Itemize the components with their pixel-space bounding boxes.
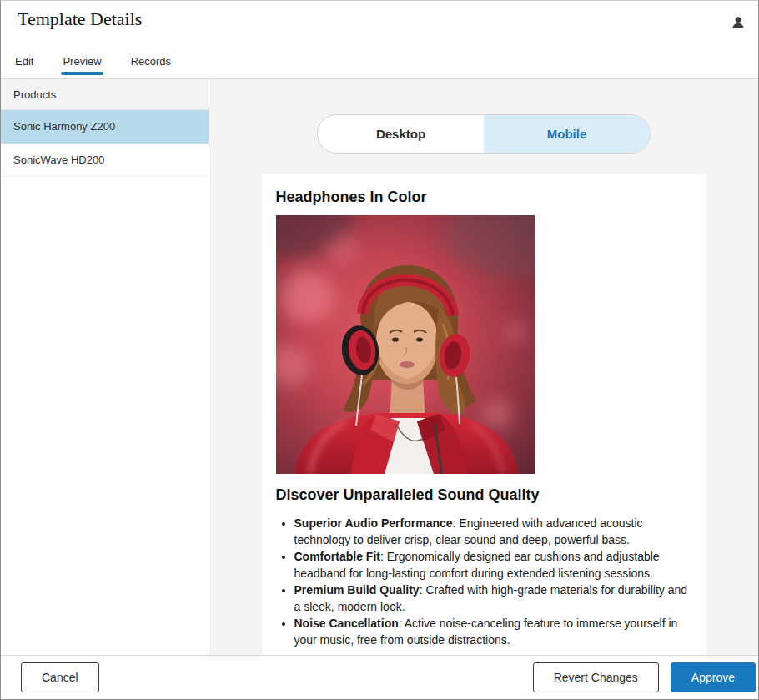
template-preview-card: Headphones In Color (262, 174, 706, 655)
person-icon (731, 15, 746, 30)
page-title: Template Details (18, 8, 142, 30)
document-title: Headphones In Color (276, 189, 692, 206)
content-area: Products Sonic Harmony Z200 SonicWave HD… (1, 79, 758, 655)
tab-preview[interactable]: Preview (61, 55, 103, 78)
feature-item: Noise Cancellation: Active noise-canceli… (294, 615, 692, 648)
document-section-title: Discover Unparalleled Sound Quality (276, 486, 692, 504)
revert-changes-button[interactable]: Revert Changes (533, 662, 659, 692)
device-toggle: Desktop Mobile (317, 114, 651, 154)
approve-button[interactable]: Approve (671, 662, 756, 692)
tab-records[interactable]: Records (129, 55, 173, 78)
template-details-window: Template Details Edit Preview Records Pr… (0, 0, 759, 700)
tab-edit[interactable]: Edit (13, 55, 35, 78)
feature-item: Premium Build Quality: Crafted with high… (294, 582, 692, 615)
products-sidebar: Products Sonic Harmony Z200 SonicWave HD… (1, 79, 209, 655)
product-photo (276, 215, 535, 474)
action-footer: Cancel Revert Changes Approve (1, 655, 758, 699)
sidebar-item-sonicwave-hd200[interactable]: SonicWave HD200 (1, 144, 209, 177)
mobile-toggle-button[interactable]: Mobile (484, 115, 650, 153)
record-tabbar: Edit Preview Records (1, 44, 758, 79)
desktop-toggle-button[interactable]: Desktop (318, 115, 484, 153)
header: Template Details (1, 1, 758, 44)
sidebar-header: Products (1, 79, 209, 110)
preview-pane: Desktop Mobile Headphones In Color (209, 79, 758, 655)
cancel-button[interactable]: Cancel (21, 662, 99, 692)
feature-list: Superior Audio Performance: Engineered w… (276, 515, 692, 648)
footer-right-actions: Revert Changes Approve (533, 662, 756, 692)
feature-item: Superior Audio Performance: Engineered w… (294, 515, 692, 548)
feature-item: Comfortable Fit: Ergonomically designed … (294, 548, 692, 582)
sidebar-item-sonic-harmony-z200[interactable]: Sonic Harmony Z200 (1, 110, 209, 144)
user-menu-button[interactable] (730, 14, 746, 31)
